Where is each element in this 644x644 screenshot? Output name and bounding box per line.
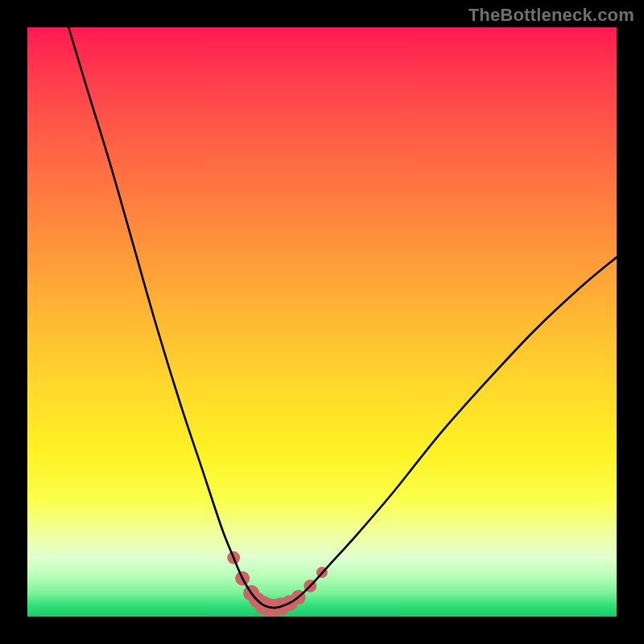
- watermark-text: TheBottleneck.com: [469, 5, 634, 26]
- plot-area: [27, 27, 617, 617]
- chart-frame: TheBottleneck.com: [0, 0, 644, 644]
- left-curve: [68, 27, 275, 608]
- right-curve: [275, 257, 617, 608]
- curves-svg: [27, 27, 617, 617]
